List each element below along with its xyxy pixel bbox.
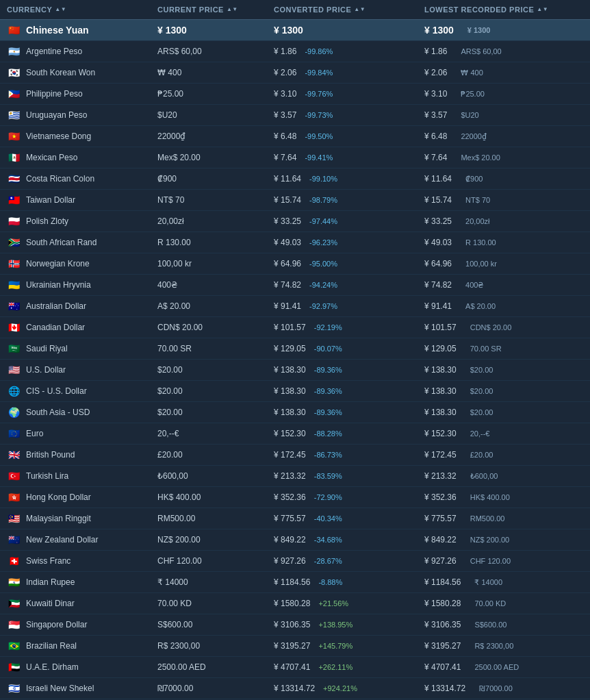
- current-price-cell: £20.00: [157, 450, 274, 460]
- table-row[interactable]: 🇲🇾 Malaysian Ringgit RM500.00 ¥ 775.57 -…: [0, 508, 590, 529]
- table-row[interactable]: 🇭🇰 Hong Kong Dollar HK$ 400.00 ¥ 352.36 …: [0, 487, 590, 508]
- currency-cell: 🇰🇼 Kuwaiti Dinar: [7, 597, 157, 610]
- flag-icon: 🇺🇾: [7, 108, 21, 122]
- lowest-price-cell: ¥ 6.48 22000₫: [424, 132, 590, 141]
- table-row[interactable]: 🇨🇦 Canadian Dollar CDN$ 20.00 ¥ 101.57 -…: [0, 317, 590, 338]
- currency-name: Swiss Franc: [26, 556, 70, 566]
- table-row[interactable]: 🇳🇴 Norwegian Krone 100,00 kr ¥ 64.96 -95…: [0, 253, 590, 275]
- table-row[interactable]: 🇸🇬 Singapore Dollar S$600.00 ¥ 3106.35 +…: [0, 614, 590, 636]
- header-lowest[interactable]: LOWEST RECORDED PRICE ▲▼: [424, 5, 590, 14]
- current-price-val: 100,00 kr: [157, 259, 192, 268]
- table-row[interactable]: 🇹🇼 Taiwan Dollar NT$ 70 ¥ 15.74 -98.79% …: [0, 190, 590, 211]
- converted-price-val: ¥ 3106.35: [274, 620, 310, 629]
- current-price-val: S$600.00: [157, 620, 192, 629]
- table-row[interactable]: 🇻🇳 Vietnamese Dong 22000₫ ¥ 6.48 -99.50%…: [0, 126, 590, 147]
- currency-cell: 🇸🇦 Saudi Riyal: [7, 342, 157, 355]
- lowest-price-cell: ¥ 213.32 ₺600,00: [424, 471, 590, 481]
- table-row[interactable]: 🇲🇽 Mexican Peso Mex$ 20.00 ¥ 7.64 -99.41…: [0, 147, 590, 168]
- lowest-price-cell: ¥ 13314.72 ₪7000.00: [424, 684, 590, 693]
- header-current[interactable]: CURRENT PRICE ▲▼: [157, 5, 274, 14]
- currency-name: South African Rand: [26, 238, 97, 247]
- lowest-price-cell: ¥ 3.57 $U20: [424, 110, 590, 120]
- table-row[interactable]: 🇨🇭 Swiss Franc CHF 120.00 ¥ 927.26 -28.6…: [0, 551, 590, 572]
- currency-name: Norwegian Krone: [26, 259, 90, 268]
- current-price-cell: 70.00 SR: [157, 344, 274, 353]
- table-row[interactable]: 🇺🇸 U.S. Dollar $20.00 ¥ 138.30 -89.36% ¥…: [0, 360, 590, 381]
- percent-badge: -90.07%: [314, 345, 342, 353]
- table-row[interactable]: 🌍 South Asia - USD $20.00 ¥ 138.30 -89.3…: [0, 402, 590, 423]
- converted-price-cell: ¥ 64.96 -95.00%: [274, 259, 424, 268]
- lowest-secondary: 22000₫: [461, 132, 487, 141]
- converted-price-cell: ¥ 3.10 -99.76%: [274, 89, 424, 99]
- flag-icon: 🇦🇪: [7, 660, 21, 674]
- table-row[interactable]: 🇿🇦 South African Rand R 130.00 ¥ 49.03 -…: [0, 232, 590, 253]
- table-row[interactable]: 🇨🇷 Costa Rican Colon ₡900 ¥ 11.64 -99.10…: [0, 168, 590, 190]
- table-row[interactable]: 🇧🇷 Brazilian Real R$ 2300,00 ¥ 3195.27 +…: [0, 636, 590, 657]
- currency-cell: 🇦🇪 U.A.E. Dirham: [7, 660, 157, 674]
- currency-name: Euro: [26, 429, 43, 438]
- table-row[interactable]: 🇵🇱 Polish Zloty 20,00zł ¥ 33.25 -97.44% …: [0, 211, 590, 232]
- table-row[interactable]: 🇪🇺 Euro 20,--€ ¥ 152.30 -88.28% ¥ 152.30…: [0, 423, 590, 445]
- lowest-price-val: ¥ 1184.56: [424, 577, 461, 587]
- featured-lowest: ¥ 1300 ¥ 1300: [424, 25, 590, 36]
- currency-cell: 🇲🇽 Mexican Peso: [7, 151, 157, 164]
- lowest-price-val: ¥ 138.30: [424, 386, 457, 396]
- lowest-price-cell: ¥ 3106.35 S$600.00: [424, 620, 590, 629]
- converted-price-cell: ¥ 775.57 -40.34%: [274, 514, 424, 523]
- converted-price-val: ¥ 352.36: [274, 492, 306, 502]
- featured-row[interactable]: 🇨🇳 Chinese Yuan ¥ 1300 ¥ 1300 ¥ 1300 ¥ 1…: [0, 20, 590, 41]
- currency-cell: 🇲🇾 Malaysian Ringgit: [7, 512, 157, 525]
- table-row[interactable]: 🇺🇦 Ukrainian Hryvnia 400₴ ¥ 74.82 -94.24…: [0, 275, 590, 296]
- converted-price-cell: ¥ 1184.56 -8.88%: [274, 577, 424, 587]
- converted-price-val: ¥ 13314.72: [274, 684, 315, 693]
- lowest-price-cell: ¥ 1184.56 ₹ 14000: [424, 577, 590, 587]
- lowest-secondary: Mex$ 20.00: [461, 153, 500, 162]
- header-currency[interactable]: CURRENCY ▲▼: [7, 5, 157, 14]
- converted-price-cell: ¥ 6.48 -99.50%: [274, 132, 424, 141]
- percent-badge: -92.97%: [309, 302, 337, 310]
- table-row[interactable]: 🇦🇺 Australian Dollar A$ 20.00 ¥ 91.41 -9…: [0, 296, 590, 317]
- table-row[interactable]: 🇬🇧 British Pound £20.00 ¥ 172.45 -86.73%…: [0, 445, 590, 466]
- percent-badge: -99.73%: [305, 111, 333, 119]
- table-row[interactable]: 🌐 CIS - U.S. Dollar $20.00 ¥ 138.30 -89.…: [0, 381, 590, 402]
- table-row[interactable]: 🇰🇷 South Korean Won ₩ 400 ¥ 2.06 -99.84%…: [0, 62, 590, 84]
- sort-arrows-lowest[interactable]: ▲▼: [537, 7, 548, 12]
- lowest-price-val: ¥ 3.57: [424, 110, 447, 120]
- featured-lowest-val1: ¥ 1300: [424, 25, 454, 36]
- table-row[interactable]: 🇳🇿 New Zealand Dollar NZ$ 200.00 ¥ 849.2…: [0, 529, 590, 551]
- sort-arrows-current[interactable]: ▲▼: [227, 7, 238, 12]
- lowest-price-val: ¥ 152.30: [424, 429, 457, 438]
- table-row[interactable]: 🇮🇳 Indian Rupee ₹ 14000 ¥ 1184.56 -8.88%…: [0, 572, 590, 593]
- table-row[interactable]: 🇦🇪 U.A.E. Dirham 2500.00 AED ¥ 4707.41 +…: [0, 657, 590, 678]
- current-price-val: ₪7000.00: [157, 684, 193, 693]
- lowest-secondary: 2500.00 AED: [474, 663, 519, 671]
- sort-arrows-converted[interactable]: ▲▼: [354, 7, 365, 12]
- current-price-cell: NZ$ 200.00: [157, 535, 274, 545]
- sort-arrows-currency[interactable]: ▲▼: [55, 7, 66, 12]
- lowest-secondary: NZ$ 200.00: [470, 536, 509, 544]
- lowest-price-cell: ¥ 11.64 ₡900: [424, 174, 590, 184]
- converted-price-cell: ¥ 138.30 -89.36%: [274, 408, 424, 417]
- header-converted[interactable]: CONVERTED PRICE ▲▼: [274, 5, 424, 14]
- table-row[interactable]: 🇹🇷 Turkish Lira ₺600,00 ¥ 213.32 -83.59%…: [0, 466, 590, 487]
- converted-price-cell: ¥ 101.57 -92.19%: [274, 323, 424, 332]
- table-row[interactable]: 🇸🇦 Saudi Riyal 70.00 SR ¥ 129.05 -90.07%…: [0, 338, 590, 360]
- converted-price-val: ¥ 1.86: [274, 47, 296, 56]
- table-row[interactable]: 🇦🇷 Argentine Peso ARS$ 60,00 ¥ 1.86 -99.…: [0, 41, 590, 62]
- lowest-secondary: ₩ 400: [461, 68, 483, 77]
- lowest-price-val: ¥ 775.57: [424, 514, 457, 523]
- currency-name: Mexican Peso: [26, 153, 77, 162]
- table-row[interactable]: 🇺🇾 Uruguayan Peso $U20 ¥ 3.57 -99.73% ¥ …: [0, 105, 590, 126]
- table-row[interactable]: 🇰🇼 Kuwaiti Dinar 70.00 KD ¥ 1580.28 +21.…: [0, 593, 590, 614]
- table-row[interactable]: 🇮🇱 Israeli New Shekel ₪7000.00 ¥ 13314.7…: [0, 678, 590, 699]
- current-price-val: Mex$ 20.00: [157, 153, 201, 162]
- current-price-cell: $20.00: [157, 408, 274, 417]
- lowest-secondary: 70.00 KD: [474, 599, 506, 608]
- lowest-price-cell: ¥ 138.30 $20.00: [424, 365, 590, 375]
- lowest-secondary: ₪7000.00: [479, 684, 513, 693]
- lowest-price-val: ¥ 1580.28: [424, 599, 461, 608]
- table-row[interactable]: 🇵🇭 Philippine Peso ₱25.00 ¥ 3.10 -99.76%…: [0, 84, 590, 105]
- currency-name: Saudi Riyal: [26, 344, 68, 353]
- lowest-price-val: ¥ 11.64: [424, 174, 452, 184]
- currency-name: U.S. Dollar: [26, 365, 66, 375]
